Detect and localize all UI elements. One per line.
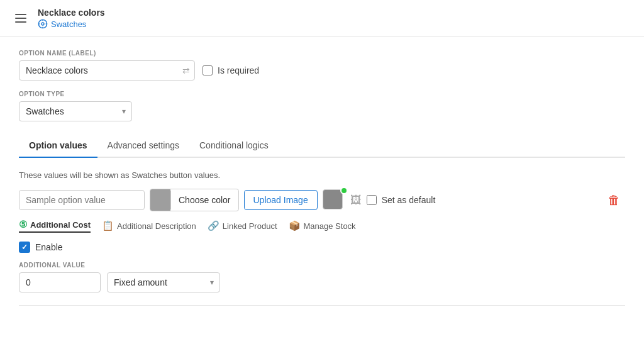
additional-description-tab[interactable]: 📋 Additional Description bbox=[102, 220, 196, 231]
color-swatch-preview bbox=[150, 189, 170, 211]
choose-color-label: Choose color bbox=[170, 191, 238, 209]
delete-option-button[interactable]: 🗑 bbox=[602, 191, 625, 210]
tab-advanced-settings[interactable]: Advanced settings bbox=[97, 134, 189, 158]
linked-product-label: Linked Product bbox=[223, 221, 277, 231]
option-type-select[interactable]: Swatches Dropdown Radio Checkbox bbox=[19, 101, 132, 121]
image-icon[interactable]: 🖼 bbox=[350, 194, 362, 207]
option-value-row: Choose color Upload Image 🖼 Set as defau… bbox=[19, 189, 625, 211]
color-dot-wrap bbox=[323, 189, 345, 211]
tab-option-values[interactable]: Option values bbox=[19, 134, 97, 158]
header: Necklace colors Swatches bbox=[0, 0, 644, 37]
is-required-label: Is required bbox=[218, 65, 259, 75]
additional-cost-label: Additional Cost bbox=[30, 220, 91, 230]
option-name-row: ⇄ Is required bbox=[19, 60, 625, 81]
enable-checkbox[interactable] bbox=[19, 242, 30, 253]
additional-value-row: Fixed amount Percentage ▾ bbox=[19, 272, 625, 292]
option-type-label: OPTION TYPE bbox=[19, 91, 625, 97]
set-as-default-label: Set as default bbox=[382, 195, 436, 205]
choose-color-button[interactable]: Choose color bbox=[150, 189, 239, 211]
description-icon: 📋 bbox=[102, 220, 114, 231]
manage-stock-tab[interactable]: 📦 Manage Stock bbox=[289, 220, 356, 231]
link-icon: 🔗 bbox=[208, 220, 219, 231]
color-active-indicator bbox=[340, 187, 348, 194]
additional-value-label: ADDITIONAL VALUE bbox=[19, 262, 625, 269]
tabs-bar: Option values Advanced settings Conditio… bbox=[19, 134, 625, 158]
additional-cost-tab[interactable]: ⑤ Additional Cost bbox=[19, 219, 91, 233]
is-required-wrap: Is required bbox=[203, 65, 259, 75]
set-as-default-checkbox[interactable] bbox=[367, 195, 377, 205]
color-dot-main bbox=[323, 189, 343, 209]
option-name-input[interactable] bbox=[19, 60, 195, 81]
swatches-icon bbox=[38, 19, 48, 29]
hamburger-menu[interactable] bbox=[13, 11, 29, 25]
dollar-icon: ⑤ bbox=[19, 219, 27, 230]
is-required-checkbox[interactable] bbox=[203, 65, 213, 75]
header-info: Necklace colors Swatches bbox=[38, 8, 105, 29]
main-content: OPTION NAME (LABEL) ⇄ Is required OPTION… bbox=[0, 37, 644, 318]
fixed-amount-select[interactable]: Fixed amount Percentage bbox=[107, 272, 220, 292]
enable-row: Enable bbox=[19, 242, 625, 253]
option-name-field: OPTION NAME (LABEL) ⇄ Is required bbox=[19, 50, 625, 81]
fixed-amount-select-wrap: Fixed amount Percentage ▾ bbox=[107, 272, 220, 292]
svg-point-1 bbox=[42, 23, 44, 25]
option-value-input[interactable] bbox=[19, 190, 145, 210]
manage-stock-label: Manage Stock bbox=[304, 221, 356, 231]
option-name-label: OPTION NAME (LABEL) bbox=[19, 50, 625, 57]
upload-image-button[interactable]: Upload Image bbox=[244, 190, 318, 210]
stock-icon: 📦 bbox=[289, 220, 301, 231]
enable-label: Enable bbox=[35, 242, 63, 252]
additional-tabs-row: ⑤ Additional Cost 📋 Additional Descripti… bbox=[19, 219, 625, 233]
additional-value-section: ADDITIONAL VALUE Fixed amount Percentage… bbox=[19, 262, 625, 292]
bottom-divider bbox=[19, 305, 625, 306]
additional-value-input[interactable] bbox=[19, 272, 101, 292]
option-values-section: These values will be shown as Swatches b… bbox=[19, 170, 625, 292]
breadcrumb-link[interactable]: Swatches bbox=[38, 19, 105, 29]
header-title: Necklace colors bbox=[38, 8, 105, 18]
option-name-input-wrap: ⇄ bbox=[19, 60, 195, 81]
set-as-default-wrap: Set as default bbox=[367, 195, 436, 205]
tab-conditional-logics[interactable]: Conditional logics bbox=[189, 134, 279, 158]
breadcrumb-label: Swatches bbox=[51, 19, 86, 29]
option-type-select-wrap: Swatches Dropdown Radio Checkbox ▾ bbox=[19, 101, 132, 121]
linked-product-tab[interactable]: 🔗 Linked Product bbox=[208, 220, 277, 231]
section-description: These values will be shown as Swatches b… bbox=[19, 170, 625, 180]
option-type-field: OPTION TYPE Swatches Dropdown Radio Chec… bbox=[19, 91, 625, 134]
additional-description-label: Additional Description bbox=[117, 221, 196, 231]
